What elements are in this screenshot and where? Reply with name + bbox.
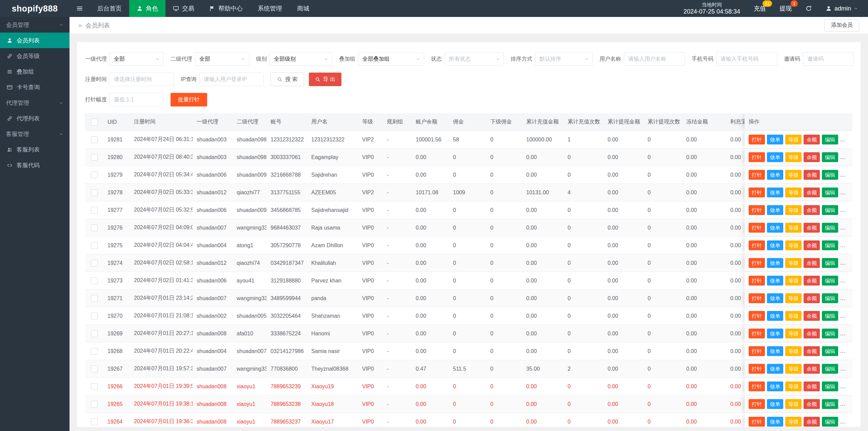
action-level-button[interactable]: 等级: [785, 258, 802, 268]
action-needle-button[interactable]: 打针: [749, 170, 765, 180]
action-level-button[interactable]: 等级: [785, 399, 802, 409]
action-level-button[interactable]: 等级: [785, 135, 802, 144]
action-balance-button[interactable]: 余额: [804, 240, 820, 250]
sidebar-item-2-0[interactable]: 客服列表: [0, 142, 70, 157]
select-all-checkbox[interactable]: [91, 119, 98, 125]
action-order-button[interactable]: 做单: [767, 293, 783, 303]
row-checkbox[interactable]: [91, 277, 98, 284]
action-edit-button[interactable]: 编辑: [822, 381, 838, 391]
action-needle-button[interactable]: 打针: [749, 346, 765, 356]
action-edit-button[interactable]: 编辑: [822, 170, 838, 180]
action-needle-button[interactable]: 打针: [749, 329, 765, 338]
more-actions-link[interactable]: ...: [840, 384, 846, 389]
more-actions-link[interactable]: ...: [840, 172, 846, 178]
add-member-button[interactable]: 添加会员: [825, 19, 859, 32]
action-edit-button[interactable]: 编辑: [822, 258, 838, 268]
row-checkbox[interactable]: [91, 383, 98, 390]
row-checkbox[interactable]: [91, 154, 98, 161]
sidebar-item-0-2[interactable]: 叠加组: [0, 64, 70, 79]
filter-row2-input-1[interactable]: [199, 73, 264, 86]
action-level-button[interactable]: 等级: [785, 276, 802, 286]
action-balance-button[interactable]: 余额: [804, 205, 820, 215]
menu-toggle-button[interactable]: [70, 0, 90, 17]
action-edit-button[interactable]: 编辑: [822, 276, 838, 286]
action-edit-button[interactable]: 编辑: [822, 293, 838, 303]
filter-select-4[interactable]: 所有状态: [445, 52, 504, 66]
nav-item-5[interactable]: 商城: [290, 0, 317, 17]
nav-item-1[interactable]: 角色: [129, 0, 165, 17]
search-button[interactable]: 搜 索: [271, 73, 304, 86]
action-balance-button[interactable]: 余额: [804, 258, 820, 268]
filter-select-1[interactable]: 全部: [195, 52, 249, 66]
action-level-button[interactable]: 等级: [785, 293, 802, 303]
filter-input-0[interactable]: [624, 52, 685, 66]
more-actions-link[interactable]: ...: [840, 190, 846, 195]
action-order-button[interactable]: 做单: [767, 276, 783, 286]
action-level-button[interactable]: 等级: [785, 364, 802, 374]
row-checkbox[interactable]: [91, 330, 98, 337]
action-edit-button[interactable]: 编辑: [822, 417, 838, 427]
action-order-button[interactable]: 做单: [767, 135, 783, 144]
row-checkbox[interactable]: [91, 348, 98, 355]
export-button[interactable]: 导 出: [309, 73, 341, 86]
more-actions-link[interactable]: ...: [840, 348, 846, 354]
action-level-button[interactable]: 等级: [785, 170, 802, 180]
row-checkbox[interactable]: [91, 313, 98, 319]
action-edit-button[interactable]: 编辑: [822, 223, 838, 233]
more-actions-link[interactable]: ...: [840, 137, 846, 142]
action-needle-button[interactable]: 打针: [749, 223, 765, 233]
refresh-icon[interactable]: [805, 5, 812, 12]
nav-item-4[interactable]: 系统管理: [250, 0, 290, 17]
action-level-button[interactable]: 等级: [785, 152, 802, 162]
action-order-button[interactable]: 做单: [767, 240, 783, 250]
more-actions-link[interactable]: ...: [840, 207, 846, 213]
action-order-button[interactable]: 做单: [767, 346, 783, 356]
more-actions-link[interactable]: ...: [840, 401, 846, 407]
sidebar-item-0-3[interactable]: 卡号查询: [0, 79, 70, 95]
action-level-button[interactable]: 等级: [785, 188, 802, 197]
more-actions-link[interactable]: ...: [840, 366, 846, 372]
action-edit-button[interactable]: 编辑: [822, 311, 838, 321]
action-balance-button[interactable]: 余额: [804, 364, 820, 374]
action-needle-button[interactable]: 打针: [749, 240, 765, 250]
action-level-button[interactable]: 等级: [785, 311, 802, 321]
action-balance-button[interactable]: 余额: [804, 329, 820, 338]
filter-row2-input-0[interactable]: [110, 73, 174, 86]
action-balance-button[interactable]: 余额: [804, 417, 820, 427]
action-balance-button[interactable]: 余额: [804, 223, 820, 233]
row-checkbox[interactable]: [91, 189, 98, 196]
action-order-button[interactable]: 做单: [767, 364, 783, 374]
action-needle-button[interactable]: 打针: [749, 293, 765, 303]
action-edit-button[interactable]: 编辑: [822, 346, 838, 356]
action-order-button[interactable]: 做单: [767, 223, 783, 233]
action-balance-button[interactable]: 余额: [804, 346, 820, 356]
batch-needle-button[interactable]: 批量打针: [171, 93, 207, 106]
more-actions-link[interactable]: ...: [840, 419, 846, 425]
action-edit-button[interactable]: 编辑: [822, 240, 838, 250]
action-needle-button[interactable]: 打针: [749, 188, 765, 197]
more-actions-link[interactable]: ...: [840, 260, 846, 266]
action-order-button[interactable]: 做单: [767, 311, 783, 321]
action-needle-button[interactable]: 打针: [749, 276, 765, 286]
filter-select-5[interactable]: 默认排序: [535, 52, 593, 66]
sidebar-group-0[interactable]: 会员管理: [0, 17, 70, 33]
action-order-button[interactable]: 做单: [767, 329, 783, 338]
recharge-link[interactable]: 充值 11: [754, 4, 766, 13]
action-needle-button[interactable]: 打针: [749, 152, 765, 162]
more-actions-link[interactable]: ...: [840, 331, 846, 336]
admin-menu[interactable]: admin: [826, 5, 858, 12]
sidebar-item-0-0[interactable]: 会员列表: [0, 33, 70, 48]
nav-item-2[interactable]: 交易: [165, 0, 202, 17]
sidebar-group-1[interactable]: 代理管理: [0, 95, 70, 111]
action-order-button[interactable]: 做单: [767, 188, 783, 197]
row-checkbox[interactable]: [91, 207, 98, 214]
more-actions-link[interactable]: ...: [840, 242, 846, 248]
action-level-button[interactable]: 等级: [785, 205, 802, 215]
row-checkbox[interactable]: [91, 260, 98, 267]
action-order-button[interactable]: 做单: [767, 381, 783, 391]
nav-item-0[interactable]: 后台首页: [90, 0, 129, 17]
row-checkbox[interactable]: [91, 366, 98, 372]
action-balance-button[interactable]: 余额: [804, 381, 820, 391]
action-order-button[interactable]: 做单: [767, 152, 783, 162]
action-edit-button[interactable]: 编辑: [822, 329, 838, 338]
